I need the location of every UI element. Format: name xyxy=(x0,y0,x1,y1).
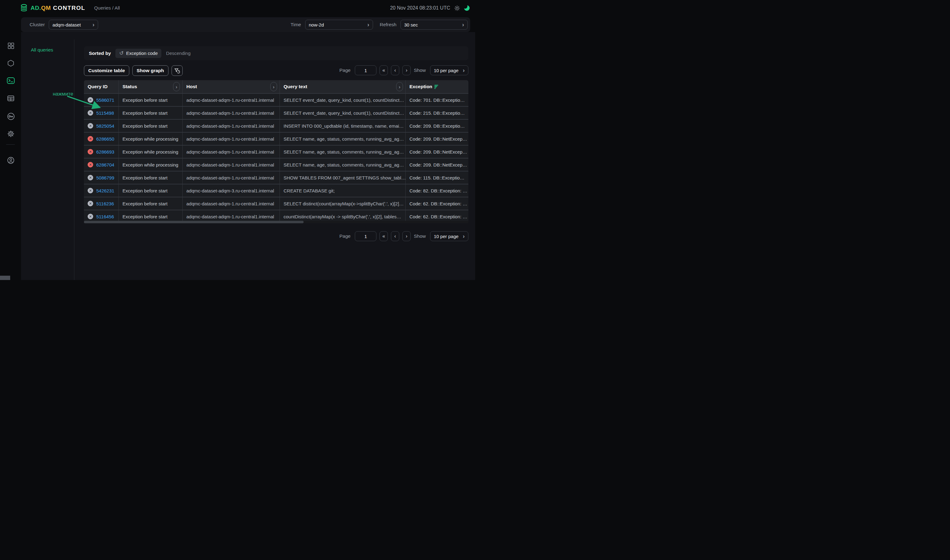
query-id-link[interactable]: 5116456 xyxy=(96,214,114,219)
queries-table: Query ID Status › Host › Query text › Ex… xyxy=(84,80,468,223)
app-logo[interactable]: AD.QMCONTROL xyxy=(20,4,85,13)
sidebar-item-settings[interactable] xyxy=(7,130,15,138)
exception-cell: Code: 215. DB::Exceptio… xyxy=(406,107,468,119)
host-cell: adqmc-dataset-adqm-1.ru-central1.interna… xyxy=(183,197,280,210)
scrollbar-thumb[interactable] xyxy=(84,221,304,223)
per-page-value: 10 per page xyxy=(434,234,458,239)
exception-cell: Code: 209. DB::NetExcep… xyxy=(406,132,468,145)
status-cell: Exception while processing xyxy=(119,132,183,145)
show-graph-button[interactable]: Show graph xyxy=(133,65,168,76)
sidebar-item-account[interactable] xyxy=(7,156,15,165)
key-icon xyxy=(7,112,15,120)
column-header-query-text: Query text › xyxy=(280,80,406,93)
expand-column-button[interactable]: › xyxy=(173,82,180,91)
sort-direction[interactable]: Descending xyxy=(166,51,190,56)
exception-cell: Code: 62. DB::Exception: … xyxy=(406,197,468,210)
page-input[interactable] xyxy=(355,231,376,241)
table-row: ✕ 5086799 Exception before start adqmc-d… xyxy=(84,171,468,184)
next-page-button[interactable]: › xyxy=(403,231,411,241)
breadcrumb[interactable]: Queries / All xyxy=(94,5,120,11)
refresh-interval-value: 30 sec xyxy=(404,22,418,28)
page-input[interactable] xyxy=(355,65,376,75)
table-body: ✕ 5586071 Exception before start adqmc-d… xyxy=(84,93,468,223)
first-page-button[interactable]: « xyxy=(379,65,388,75)
status-cell: Exception while processing xyxy=(119,146,183,158)
pagination-bottom: Page « ‹ › Show 10 per page › xyxy=(339,231,468,241)
sidebar-item-queries[interactable] xyxy=(7,77,15,85)
status-x-icon: ✕ xyxy=(88,123,93,129)
cluster-select[interactable]: adqm-dataset › xyxy=(49,20,98,29)
sort-descending-icon[interactable] xyxy=(434,85,439,89)
query-text-cell: SELECT event_date, query_kind, count(1),… xyxy=(280,94,406,106)
hexagon-icon xyxy=(7,60,14,67)
exception-cell: Code: 209. DB::NetExcep… xyxy=(406,146,468,158)
app-window: AD.QMCONTROL Queries / All 20 Nov 2024 0… xyxy=(0,0,475,280)
status-cell: Exception before start xyxy=(119,197,183,210)
top-right-area: 20 Nov 2024 08:23:01 UTC xyxy=(390,0,470,16)
light-theme-icon[interactable] xyxy=(454,5,460,11)
sorted-by-label: Sorted by xyxy=(89,51,111,56)
host-cell: adqmc-dataset-adqm-3.ru-central1.interna… xyxy=(183,185,280,197)
table-row: ✕ 5426231 Exception before start adqmc-d… xyxy=(84,184,468,197)
column-header-exception[interactable]: Exception xyxy=(406,80,468,93)
query-id-link[interactable]: 6286704 xyxy=(96,162,114,168)
query-id-link[interactable]: 5086799 xyxy=(96,175,114,180)
customize-table-button[interactable]: Customize table xyxy=(84,65,129,76)
next-page-button[interactable]: › xyxy=(403,65,411,75)
query-id-cell: ✕ 5086799 xyxy=(84,171,119,184)
host-cell: adqmc-dataset-adqm-1.ru-central1.interna… xyxy=(183,94,280,106)
status-cell: Exception while processing xyxy=(119,158,183,171)
per-page-select[interactable]: 10 per page › xyxy=(430,65,468,75)
query-id-link[interactable]: 5426231 xyxy=(96,188,114,193)
status-cell: Exception before start xyxy=(119,171,183,184)
panel-divider xyxy=(74,40,74,280)
refresh-interval-select[interactable]: 30 sec › xyxy=(401,20,468,29)
cluster-value: adqm-dataset xyxy=(52,22,81,28)
show-label: Show xyxy=(414,68,426,73)
exception-cell: Code: 82. DB::Exception: … xyxy=(406,185,468,197)
expand-column-button[interactable]: › xyxy=(270,82,277,91)
chevron-right-icon: › xyxy=(462,22,464,27)
prev-page-button[interactable]: ‹ xyxy=(391,65,399,75)
sidebar-item-access-keys[interactable] xyxy=(7,112,15,120)
host-cell: adqmc-dataset-adqm-1.ru-central1.interna… xyxy=(183,158,280,171)
sort-field-chip[interactable]: ↺ Exception code xyxy=(116,49,161,58)
status-cell: Exception before start xyxy=(119,94,183,106)
expand-column-button[interactable]: › xyxy=(396,82,403,91)
query-text-cell: SHOW TABLES FROM 007_agent SETTINGS show… xyxy=(280,171,406,184)
status-x-icon: ✕ xyxy=(88,175,93,180)
time-range-value: now-2d xyxy=(309,22,324,28)
dark-theme-icon[interactable] xyxy=(464,5,470,11)
nav-all-queries[interactable]: All queries xyxy=(31,47,53,53)
time-range-select[interactable]: now-2d › xyxy=(305,20,373,29)
sidebar-item-tables[interactable] xyxy=(7,94,15,102)
table-row: ✕ 5116236 Exception before start adqmc-d… xyxy=(84,197,468,210)
reset-filters-button[interactable] xyxy=(171,65,183,76)
prev-page-button[interactable]: ‹ xyxy=(391,231,399,241)
exception-cell: Code: 701. DB::Exceptio… xyxy=(406,94,468,106)
chevron-right-icon: › xyxy=(93,22,94,27)
query-id-cell: ✕ 6286693 xyxy=(84,146,119,158)
status-x-icon: ✕ xyxy=(88,188,93,193)
page-label: Page xyxy=(339,234,350,239)
host-cell: adqmc-dataset-adqm-1.ru-central1.interna… xyxy=(183,146,280,158)
status-x-icon: ✕ xyxy=(88,149,93,154)
status-cell: Exception before start xyxy=(119,185,183,197)
show-label: Show xyxy=(414,234,426,239)
table-row: ✕ 6286704 Exception while processing adq… xyxy=(84,158,468,171)
query-id-link[interactable]: 5825054 xyxy=(96,123,114,129)
per-page-select[interactable]: 10 per page › xyxy=(430,231,468,241)
column-header-query-id: Query ID xyxy=(84,80,119,93)
query-id-link[interactable]: 5116236 xyxy=(96,201,114,206)
first-page-button[interactable]: « xyxy=(379,231,388,241)
table-row: ✕ 6286693 Exception while processing adq… xyxy=(84,145,468,158)
sidebar-item-nodes[interactable] xyxy=(7,59,15,67)
query-text-cell: SELECT name, age, status, comments, runn… xyxy=(280,158,406,171)
query-id-link[interactable]: 6286693 xyxy=(96,149,114,154)
sidebar-item-dashboard[interactable] xyxy=(7,42,15,50)
chevron-right-icon: › xyxy=(367,22,369,27)
status-x-icon: ✕ xyxy=(88,214,93,219)
horizontal-scrollbar[interactable] xyxy=(84,221,468,223)
sort-bar: Sorted by ↺ Exception code Descending xyxy=(84,46,468,60)
query-id-link[interactable]: 6286650 xyxy=(96,136,114,142)
